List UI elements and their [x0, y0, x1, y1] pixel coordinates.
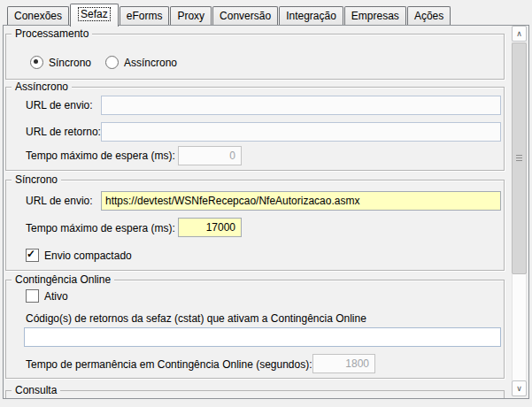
group-title: Assíncrono [12, 81, 72, 94]
tab-sefaz[interactable]: Sefaz [70, 4, 119, 27]
group-title: Processamento [12, 27, 92, 41]
envio-compactado-checkbox[interactable]: Envio compactado [26, 249, 132, 262]
group-title: Consulta [12, 384, 60, 397]
radio-button-icon [105, 56, 119, 69]
group-title: Contingência Online [12, 273, 114, 287]
ativo-checkbox[interactable]: Ativo [26, 289, 68, 303]
assincrono-url-envio-input [101, 96, 501, 115]
tab-integracao[interactable]: Integração [279, 6, 343, 25]
group-title: Síncrono [12, 173, 61, 187]
tab-proxy[interactable]: Proxy [170, 6, 212, 25]
tempo-permanencia-input [312, 354, 375, 373]
radio-button-icon [30, 56, 43, 69]
checkbox-unchecked-icon [26, 289, 39, 303]
tab-strip: Conexões Sefaz eForms Proxy Conversão In… [7, 4, 451, 25]
tab-label: Sefaz [79, 8, 110, 20]
url-envio-label: URL de envio: [26, 195, 93, 207]
checkbox-checked-icon [26, 249, 39, 262]
sincrono-url-envio-input[interactable] [101, 191, 501, 211]
url-envio-label: URL de envio: [26, 99, 93, 111]
tab-eforms[interactable]: eForms [120, 6, 170, 25]
url-retorno-label: URL de retorno: [26, 126, 101, 138]
chevron-down-icon: ∨ [516, 384, 522, 393]
tab-label: Proxy [177, 10, 204, 22]
sincrono-tempo-espera-input[interactable] [178, 218, 242, 237]
assincrono-tempo-espera-input [178, 146, 242, 165]
group-assincrono: Assíncrono URL de envio: URL de retorno:… [5, 87, 505, 171]
radio-sincrono[interactable]: Síncrono [30, 56, 91, 69]
tab-acoes[interactable]: Ações [407, 6, 451, 25]
vertical-scrollbar-thumb[interactable] [512, 42, 527, 274]
assincrono-url-retorno-input [101, 122, 501, 142]
tab-empresas[interactable]: Empresas [344, 6, 406, 25]
chevron-up-icon: ∧ [516, 29, 522, 38]
tab-label: Conversão [220, 10, 271, 22]
tempo-espera-label: Tempo máximo de espera (ms): [26, 150, 175, 162]
tab-label: Empresas [351, 10, 399, 22]
tab-label: eForms [127, 10, 163, 22]
cstat-label: Código(s) de retornos da sefaz (cstat) q… [26, 312, 366, 325]
group-sincrono: Síncrono URL de envio: Tempo máximo de e… [5, 180, 505, 271]
checkbox-label: Ativo [44, 290, 68, 303]
scrollbar-down-button[interactable]: ∨ [512, 380, 527, 396]
cstat-input[interactable] [24, 327, 501, 347]
radio-label: Assíncrono [124, 57, 177, 69]
radio-assincrono[interactable]: Assíncrono [105, 56, 177, 69]
tab-label: Integração [286, 10, 336, 22]
radio-label: Síncrono [49, 57, 91, 69]
tab-label: Conexões [14, 10, 62, 22]
group-processamento: Processamento Síncrono Assíncrono [5, 34, 505, 80]
tab-conexoes[interactable]: Conexões [7, 6, 69, 25]
group-consulta: Consulta [5, 390, 505, 398]
group-contingencia-online: Contingência Online Ativo Código(s) de r… [5, 280, 505, 379]
tab-conversao[interactable]: Conversão [212, 6, 278, 25]
tempo-espera-label: Tempo máximo de espera (ms): [26, 222, 175, 234]
tempo-permanencia-label: Tempo de permanência em Contingência Onl… [26, 358, 312, 371]
thumb-gripper-icon [516, 155, 522, 161]
scrollbar-up-button[interactable]: ∧ [512, 26, 527, 42]
tab-label: Ações [414, 10, 443, 22]
checkbox-label: Envio compactado [44, 250, 132, 262]
